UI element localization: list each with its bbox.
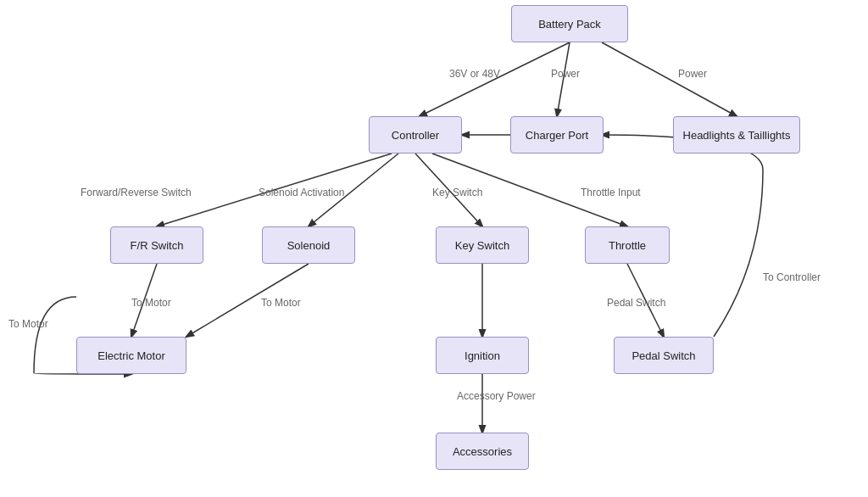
node-controller: Controller [369, 116, 462, 154]
node-headlights: Headlights & Taillights [673, 116, 800, 154]
label-accessory-power: Accessory Power [457, 390, 536, 402]
label-to-motor-left: To Motor [8, 318, 48, 330]
diagram-container: 36V or 48V Power Power Forward/Reverse S… [0, 0, 868, 497]
label-power-charger: Power [551, 68, 580, 80]
label-pedal-switch: Pedal Switch [607, 297, 665, 309]
node-solenoid: Solenoid [262, 226, 355, 264]
label-to-motor-solenoid: To Motor [261, 297, 301, 309]
label-to-motor-fr: To Motor [131, 297, 171, 309]
label-key-switch: Key Switch [432, 187, 482, 198]
node-key-switch: Key Switch [436, 226, 529, 264]
node-accessories: Accessories [436, 433, 529, 470]
node-battery-pack: Battery Pack [511, 5, 628, 42]
node-throttle: Throttle [585, 226, 670, 264]
label-fr-switch: Forward/Reverse Switch [81, 187, 192, 198]
node-charger-port: Charger Port [510, 116, 604, 154]
label-throttle-input: Throttle Input [581, 187, 641, 198]
label-power-headlights: Power [678, 68, 707, 80]
label-to-controller: To Controller [763, 271, 821, 283]
node-ignition: Ignition [436, 337, 529, 374]
label-36v: 36V or 48V [449, 68, 500, 80]
node-pedal-switch: Pedal Switch [614, 337, 714, 374]
svg-line-2 [602, 42, 737, 116]
node-electric-motor: Electric Motor [76, 337, 186, 374]
node-fr-switch: F/R Switch [110, 226, 203, 264]
label-solenoid-activation: Solenoid Activation [259, 187, 344, 198]
